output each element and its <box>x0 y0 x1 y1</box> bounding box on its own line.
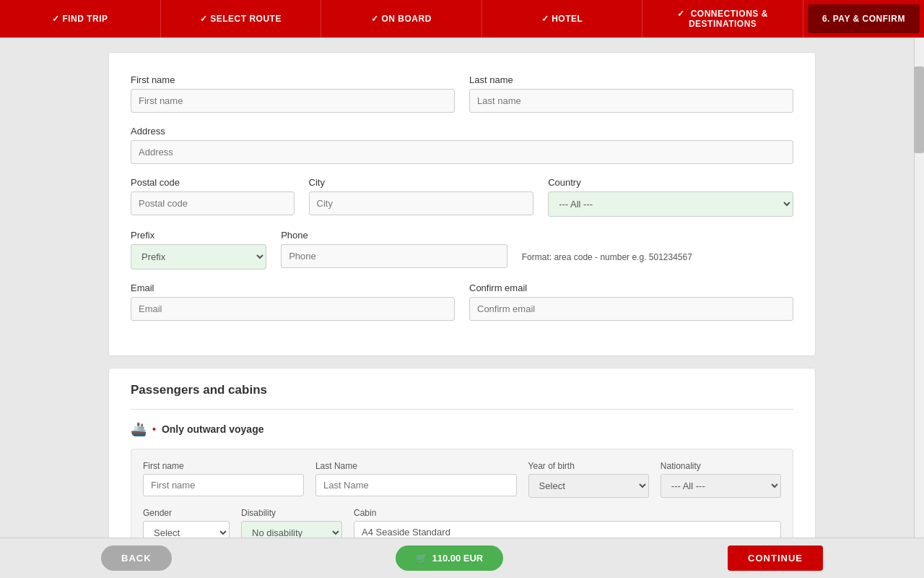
city-label: City <box>309 177 534 188</box>
passengers-title: Passengers and cabins <box>131 383 793 397</box>
passenger-gender-label: Gender <box>143 508 230 518</box>
cart-button[interactable]: 🛒 110.00 EUR <box>396 545 503 571</box>
firstname-group: First name <box>131 74 455 113</box>
email-row: Email Confirm email <box>131 282 793 321</box>
postal-input[interactable] <box>131 191 295 215</box>
firstname-input[interactable] <box>131 89 455 113</box>
prefix-select[interactable]: Prefix <box>131 244 266 269</box>
address-group: Address <box>131 126 793 164</box>
passenger-lastname-input[interactable] <box>315 474 517 496</box>
divider <box>131 409 793 410</box>
passenger-firstname-group: First name <box>143 461 304 498</box>
passenger-nationality-label: Nationality <box>661 461 781 471</box>
address-label: Address <box>131 126 793 137</box>
contact-form-card: First name Last name Address Postal code… <box>108 52 816 356</box>
nav-hotel[interactable]: ✓ HOTEL <box>482 0 643 38</box>
phone-row: Prefix Prefix Phone Format: area code - … <box>131 230 793 269</box>
scrollbar-track[interactable] <box>914 38 924 578</box>
voyage-title: Only outward voyage <box>162 423 264 435</box>
confirm-email-input[interactable] <box>469 297 793 321</box>
check-icon: ✓ <box>52 14 60 24</box>
back-button[interactable]: BACK <box>101 545 172 571</box>
top-navigation: ✓ FIND TRIP ✓ SELECT ROUTE ✓ ON BOARD ✓ … <box>0 0 924 38</box>
city-group: City <box>309 177 534 217</box>
passenger-yob-label: Year of birth <box>528 461 649 471</box>
passenger-name-row: First name Last Name Year of birth Selec… <box>143 461 781 498</box>
passenger-nationality-select[interactable]: --- All --- <box>661 474 781 498</box>
name-row: First name Last name <box>131 74 793 113</box>
address-row: Address <box>131 126 793 164</box>
voyage-header: 🚢 • Only outward voyage <box>131 421 793 437</box>
check-icon: ✓ <box>677 9 685 19</box>
country-label: Country <box>548 177 793 188</box>
postal-label: Postal code <box>131 177 295 188</box>
confirm-email-label: Confirm email <box>469 282 793 293</box>
passenger-cabin-label: Cabin <box>354 508 781 518</box>
phone-hint: Format: area code - number e.g. 50123456… <box>522 238 793 262</box>
check-icon: ✓ <box>371 14 379 24</box>
confirm-email-group: Confirm email <box>469 282 793 321</box>
cart-amount: 110.00 EUR <box>432 553 483 564</box>
nav-find-trip[interactable]: ✓ FIND TRIP <box>0 0 161 38</box>
nav-select-route[interactable]: ✓ SELECT ROUTE <box>161 0 322 38</box>
scrollbar-thumb[interactable] <box>914 66 924 153</box>
prefix-label: Prefix <box>131 230 266 241</box>
continue-button[interactable]: CONTINUE <box>728 545 823 571</box>
nav-on-board[interactable]: ✓ ON BOARD <box>321 0 482 38</box>
passenger-lastname-group: Last Name <box>315 461 517 498</box>
ship-icon: 🚢 <box>131 421 147 437</box>
email-group: Email <box>131 282 455 321</box>
country-select[interactable]: --- All --- <box>548 191 793 217</box>
location-row: Postal code City Country --- All --- <box>131 177 793 217</box>
email-label: Email <box>131 282 455 293</box>
passenger-yob-select[interactable]: Select <box>528 474 649 498</box>
main-content: First name Last name Address Postal code… <box>101 52 823 578</box>
country-group: Country --- All --- <box>548 177 793 217</box>
passenger-nationality-group: Nationality --- All --- <box>661 461 781 498</box>
lastname-label: Last name <box>469 74 793 85</box>
postal-group: Postal code <box>131 177 295 217</box>
prefix-group: Prefix Prefix <box>131 230 266 269</box>
cart-icon: 🛒 <box>416 553 427 564</box>
passenger-lastname-label: Last Name <box>315 461 517 471</box>
address-input[interactable] <box>131 140 793 164</box>
nav-pay-confirm[interactable]: 6. PAY & CONFIRM <box>808 4 920 33</box>
passenger-firstname-input[interactable] <box>143 474 304 496</box>
firstname-label: First name <box>131 74 455 85</box>
nav-connections[interactable]: ✓ CONNECTIONS & DESTINATIONS <box>642 0 803 38</box>
lastname-group: Last name <box>469 74 793 113</box>
check-icon: ✓ <box>541 14 549 24</box>
phone-label: Phone <box>281 230 507 241</box>
passenger-yob-group: Year of birth Select <box>528 461 649 498</box>
check-icon: ✓ <box>200 14 208 24</box>
phone-input[interactable] <box>281 244 507 268</box>
phone-group: Phone <box>281 230 507 269</box>
city-input[interactable] <box>309 191 534 215</box>
passenger-firstname-label: First name <box>143 461 304 471</box>
email-input[interactable] <box>131 297 455 321</box>
passenger-disability-label: Disability <box>241 508 342 518</box>
bottom-bar: BACK 🛒 110.00 EUR CONTINUE <box>0 538 924 578</box>
lastname-input[interactable] <box>469 89 793 113</box>
